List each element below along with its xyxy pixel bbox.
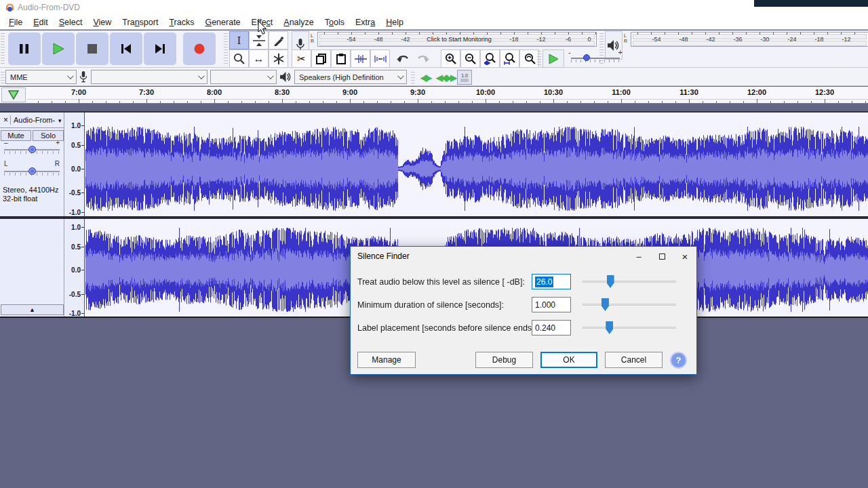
recording-meter[interactable]: -54-48-42-18-12-60Click to Start Monitor…: [317, 32, 597, 47]
timeline-tick: [52, 101, 52, 103]
label-placement-thumb[interactable]: [606, 321, 613, 334]
zoom-tool-button[interactable]: [229, 49, 249, 68]
cut-button[interactable]: ✂: [292, 49, 311, 68]
zoom-out-button[interactable]: [460, 49, 480, 68]
recording-device-select[interactable]: [91, 70, 208, 84]
track-title-menu[interactable]: Audio-From- ▼: [14, 116, 62, 124]
fit-selection-button[interactable]: [480, 49, 500, 68]
menu-tools[interactable]: Tools: [319, 16, 350, 28]
background-window-strip: [754, 0, 868, 7]
fit-project-button[interactable]: [500, 49, 519, 68]
min-duration-thumb[interactable]: [601, 298, 609, 311]
undo-button[interactable]: [393, 49, 413, 68]
silence-finder-dialog[interactable]: Silence Finder – × Treat audio below thi…: [350, 246, 697, 375]
manage-button[interactable]: Manage: [357, 352, 416, 368]
timeline-tick: [38, 101, 39, 103]
silence-level-input[interactable]: 26.0: [532, 274, 571, 289]
seek-short-button[interactable]: ◀▶: [416, 70, 434, 85]
play-speed-slider[interactable]: - +: [568, 51, 623, 66]
selection-tool-button[interactable]: I: [229, 31, 249, 49]
dialog-maximize-button[interactable]: [650, 247, 673, 265]
tools-toolbar-grip[interactable]: [224, 33, 228, 64]
skip-to-start-button[interactable]: [110, 33, 142, 65]
playback-device-value: Speakers (High Definition: [299, 73, 384, 81]
skip-to-end-button[interactable]: [144, 33, 176, 65]
speed-badge-toggle[interactable]: 1.0: [457, 70, 472, 85]
meter-status-text[interactable]: Click to Start Monitoring: [427, 36, 492, 43]
meter-tick: [541, 33, 542, 35]
menu-file[interactable]: File: [3, 16, 28, 28]
trim-audio-button[interactable]: [351, 49, 370, 68]
play-at-speed-grip[interactable]: [537, 51, 541, 67]
silence-level-thumb[interactable]: [607, 275, 614, 288]
seek-toolbar-grip[interactable]: [411, 72, 415, 87]
zoom-in-button[interactable]: [441, 49, 460, 68]
playback-device-select[interactable]: Speakers (High Definition: [294, 70, 407, 84]
redo-button[interactable]: [412, 49, 432, 68]
copy-icon: [316, 54, 326, 64]
menu-view[interactable]: View: [87, 16, 117, 28]
seek-long-button[interactable]: ◀◀▶▶: [435, 70, 456, 85]
seek-long-icon: ◀◀▶▶: [436, 73, 455, 83]
multi-tool-button[interactable]: [269, 49, 288, 68]
menu-generate[interactable]: Generate: [199, 16, 245, 28]
audio-host-select[interactable]: MME: [5, 70, 77, 84]
min-duration-slider[interactable]: [583, 298, 676, 311]
transport-toolbar-grip[interactable]: [1, 33, 5, 64]
pin-triangle-icon: [8, 90, 19, 100]
device-toolbar-grip[interactable]: [1, 72, 5, 87]
play-at-speed-button[interactable]: [542, 49, 564, 68]
menu-edit[interactable]: Edit: [28, 16, 54, 28]
help-button[interactable]: ?: [670, 352, 687, 369]
track-control-panel[interactable]: × Audio-From- ▼ Mute Solo – + L R Stereo…: [0, 113, 64, 317]
timeline-tick: [621, 99, 622, 103]
window-titlebar[interactable]: Audio-From-DVD: [0, 0, 868, 15]
menu-tracks[interactable]: Tracks: [163, 16, 199, 28]
recording-channels-select[interactable]: [210, 70, 277, 84]
slider-rail: [583, 281, 676, 283]
min-duration-input[interactable]: 1.000: [532, 297, 571, 312]
pause-button[interactable]: [8, 33, 41, 65]
dialog-titlebar[interactable]: Silence Finder – ×: [351, 247, 696, 266]
track-vertical-ruler[interactable]: 1.00.50.0-0.5-1.01.00.50.0-0.5-1.0: [65, 113, 85, 317]
gain-slider[interactable]: – +: [4, 145, 60, 155]
debug-button[interactable]: Debug: [475, 352, 533, 368]
track-collapse-button[interactable]: ▲: [1, 304, 64, 315]
dialog-close-button[interactable]: ×: [673, 247, 696, 265]
gain-thumb[interactable]: [28, 146, 36, 153]
playback-meter[interactable]: -54-48-42-36-30-24-18-12: [631, 32, 868, 47]
channel-divider: [0, 216, 868, 219]
label-placement-input[interactable]: 0.240: [532, 320, 571, 336]
label-placement-slider[interactable]: [583, 321, 676, 334]
loop-pin-button[interactable]: [1, 87, 26, 102]
copy-button[interactable]: [311, 49, 331, 68]
timeshift-tool-button[interactable]: ↔: [249, 49, 269, 68]
pan-thumb[interactable]: [28, 167, 36, 175]
menu-extra[interactable]: Extra: [350, 16, 380, 28]
speed-slider-thumb[interactable]: [583, 54, 590, 61]
dialog-minimize-button[interactable]: –: [627, 247, 650, 265]
stop-button[interactable]: [76, 33, 108, 65]
timeline-ruler[interactable]: 7:007:308:008:309:009:3010:0010:3011:001…: [0, 87, 868, 104]
silence-audio-button[interactable]: [370, 49, 390, 68]
meter-tick: [814, 33, 814, 35]
menu-select[interactable]: Select: [54, 16, 88, 28]
track-close-button[interactable]: ×: [1, 115, 11, 125]
play-button[interactable]: [42, 33, 75, 65]
menu-transport[interactable]: Transport: [117, 16, 163, 28]
draw-tool-button[interactable]: [269, 31, 288, 49]
menu-help[interactable]: Help: [380, 16, 409, 28]
meter-tick: [555, 33, 555, 35]
timeline-label: 9:00: [342, 88, 357, 96]
ok-button[interactable]: OK: [540, 352, 597, 368]
zoom-toggle-button[interactable]: [519, 49, 539, 68]
vruler-value: -1.0: [69, 209, 81, 216]
redo-icon: [416, 54, 429, 64]
record-button[interactable]: [183, 33, 216, 65]
silence-level-slider[interactable]: [583, 274, 676, 288]
pan-slider[interactable]: L R: [4, 167, 60, 176]
cancel-button[interactable]: Cancel: [605, 352, 663, 368]
menu-analyze[interactable]: Analyze: [278, 16, 319, 28]
timeline-tick: [323, 101, 323, 103]
paste-button[interactable]: [331, 49, 351, 68]
